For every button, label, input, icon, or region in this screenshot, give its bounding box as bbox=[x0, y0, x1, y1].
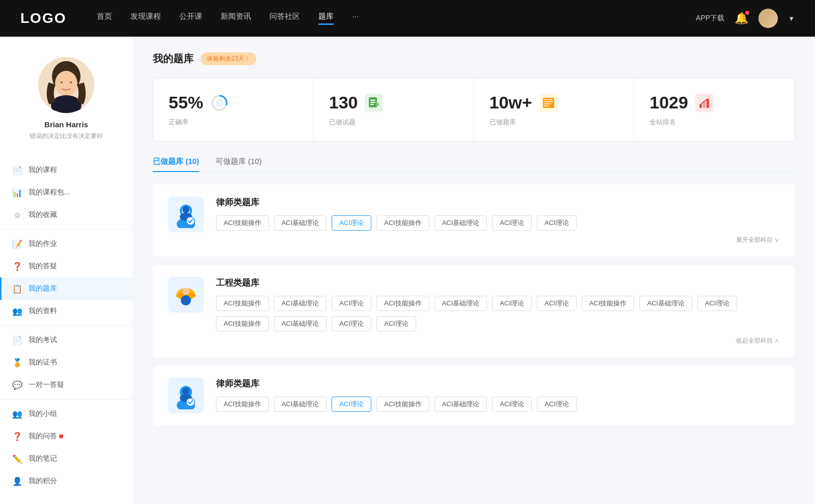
nav-bank[interactable]: 题库 bbox=[318, 12, 334, 25]
bank-tag[interactable]: ACI技能操作 bbox=[376, 215, 429, 231]
qa-icon: ❓ bbox=[12, 261, 22, 271]
bank-tag[interactable]: ACI技能操作 bbox=[216, 316, 269, 331]
divider-1 bbox=[0, 229, 132, 230]
bank-tag[interactable]: ACI理论 bbox=[537, 397, 577, 412]
bank-tag[interactable]: ACI理论 bbox=[537, 215, 577, 231]
sidebar-item-group[interactable]: 👥 我的小组 bbox=[0, 403, 132, 425]
sidebar-item-points[interactable]: 👤 我的积分 bbox=[0, 470, 132, 492]
bank-tag[interactable]: ACI理论 bbox=[332, 397, 371, 412]
profile-avatar bbox=[38, 57, 94, 113]
tabs: 已做题库 (10) 可做题库 (10) bbox=[153, 157, 795, 172]
done-icon bbox=[365, 94, 383, 112]
bank-tag[interactable]: ACI基础理论 bbox=[274, 215, 327, 231]
notification-dot bbox=[745, 11, 749, 15]
nav-more[interactable]: ··· bbox=[352, 12, 359, 25]
rank-icon bbox=[695, 94, 714, 112]
sidebar-item-qa[interactable]: ❓ 我的答疑 bbox=[0, 255, 132, 277]
sidebar-item-favorites[interactable]: ☆ 我的收藏 bbox=[0, 204, 132, 226]
bank-tag[interactable]: ACI基础理论 bbox=[434, 215, 487, 231]
sidebar-item-questions[interactable]: ❓ 我的问答 bbox=[0, 425, 132, 447]
engineer-expand-link[interactable]: 收起全部科目 ∧ bbox=[216, 337, 779, 345]
sidebar-item-bank-label: 我的题库 bbox=[29, 284, 57, 293]
bank-tag[interactable]: ACI技能操作 bbox=[376, 296, 429, 311]
bank-tag[interactable]: ACI基础理论 bbox=[434, 296, 487, 311]
bank-tag[interactable]: ACI理论 bbox=[492, 397, 532, 412]
divider-2 bbox=[0, 325, 132, 326]
stat-done-label: 已做试题 bbox=[329, 118, 458, 127]
lawyer-icon-2 bbox=[172, 382, 200, 409]
stat-accuracy: 55% 正确率 bbox=[153, 78, 313, 141]
bank-tag[interactable]: ACI理论 bbox=[492, 296, 532, 311]
nav-opencourse[interactable]: 公开课 bbox=[179, 12, 202, 25]
lawyer-bank-title: 律师类题库 bbox=[216, 197, 779, 208]
sidebar-item-materials[interactable]: 👥 我的资料 bbox=[0, 300, 132, 322]
bank-tag[interactable]: ACI理论 bbox=[537, 296, 577, 311]
sidebar-item-course-label: 我的课程 bbox=[29, 165, 57, 175]
bank-tag[interactable]: ACI理论 bbox=[697, 296, 737, 311]
bank-tag[interactable]: ACI理论 bbox=[332, 316, 371, 331]
bank-tag[interactable]: ACI基础理论 bbox=[274, 397, 327, 412]
sidebar-item-cert[interactable]: 🏅 我的证书 bbox=[0, 351, 132, 374]
logo[interactable]: LOGO bbox=[20, 10, 66, 26]
bank-tag[interactable]: ACI技能操作 bbox=[216, 215, 269, 231]
sidebar-item-homework[interactable]: 📝 我的作业 bbox=[0, 233, 132, 255]
sidebar-item-course[interactable]: 📄 我的课程 bbox=[0, 159, 132, 181]
bank-icon: 📋 bbox=[12, 284, 22, 294]
sidebar: Brian Harris 错误的决定比没有决定要好 📄 我的课程 📊 我的课程包… bbox=[0, 37, 132, 504]
app-download-button[interactable]: APP下载 bbox=[696, 14, 724, 23]
navbar: LOGO 首页 发现课程 公开课 新闻资讯 问答社区 题库 ··· APP下载 … bbox=[0, 0, 815, 37]
bank-tag[interactable]: ACI理论 bbox=[332, 296, 371, 311]
tab-available[interactable]: 可做题库 (10) bbox=[215, 157, 262, 172]
questions-icon: ❓ bbox=[12, 431, 22, 441]
user-dropdown-arrow[interactable]: ▼ bbox=[788, 15, 795, 22]
lawyer-tags-2: ACI技能操作ACI基础理论ACI理论ACI技能操作ACI基础理论ACI理论AC… bbox=[216, 397, 779, 412]
bank-tag[interactable]: ACI基础理论 bbox=[274, 296, 327, 311]
avatar-image bbox=[758, 9, 778, 28]
questions-dot bbox=[59, 434, 63, 438]
svg-point-28 bbox=[186, 217, 195, 225]
main-content: 我的题库 体验剩余23天！ 55% 正确率 bbox=[132, 37, 815, 504]
stat-rank-top: 1029 bbox=[649, 93, 779, 113]
sidebar-item-exam[interactable]: 📄 我的考试 bbox=[0, 329, 132, 351]
bank-tag[interactable]: ACI理论 bbox=[332, 215, 371, 231]
sidebar-item-package-label: 我的课程包... bbox=[29, 188, 70, 197]
nav-news[interactable]: 新闻资讯 bbox=[221, 12, 251, 25]
sidebar-item-package[interactable]: 📊 我的课程包... bbox=[0, 181, 132, 204]
bank-tag[interactable]: ACI基础理论 bbox=[639, 296, 692, 311]
user-avatar[interactable] bbox=[758, 9, 778, 28]
notes-icon: ✏️ bbox=[12, 454, 22, 464]
notification-bell[interactable]: 🔔 bbox=[735, 12, 748, 25]
tab-done[interactable]: 已做题库 (10) bbox=[153, 157, 199, 172]
sidebar-item-bank[interactable]: 📋 我的题库 bbox=[0, 277, 132, 300]
bank-tag[interactable]: ACI基础理论 bbox=[434, 397, 487, 412]
nav-menu: 首页 发现课程 公开课 新闻资讯 问答社区 题库 ··· bbox=[97, 12, 696, 25]
sidebar-item-qa-label: 我的答疑 bbox=[29, 262, 57, 271]
bank-tag[interactable]: ACI技能操作 bbox=[582, 296, 635, 311]
nav-discover[interactable]: 发现课程 bbox=[130, 12, 161, 25]
bank-tag[interactable]: ACI技能操作 bbox=[216, 296, 269, 311]
svg-rect-18 bbox=[544, 103, 551, 104]
sidebar-item-one-on-one[interactable]: 💬 一对一答疑 bbox=[0, 374, 132, 396]
doc-icon bbox=[367, 96, 381, 109]
svg-point-32 bbox=[181, 295, 191, 305]
bank-tag[interactable]: ACI理论 bbox=[376, 316, 416, 331]
stat-rank-value: 1029 bbox=[649, 93, 688, 113]
sidebar-item-notes[interactable]: ✏️ 我的笔记 bbox=[0, 447, 132, 470]
total-icon bbox=[539, 94, 558, 112]
nav-qa[interactable]: 问答社区 bbox=[269, 12, 300, 25]
sidebar-item-one-on-one-label: 一对一答疑 bbox=[29, 380, 64, 389]
page-header: 我的题库 体验剩余23天！ bbox=[153, 52, 795, 66]
bank-card-lawyer-2: 律师类题库 ACI技能操作ACI基础理论ACI理论ACI技能操作ACI基础理论A… bbox=[153, 366, 795, 426]
nav-home[interactable]: 首页 bbox=[97, 12, 112, 25]
sidebar-item-points-label: 我的积分 bbox=[29, 477, 57, 486]
bank-tag[interactable]: ACI技能操作 bbox=[376, 397, 429, 412]
svg-rect-11 bbox=[370, 100, 375, 101]
lawyer-expand-link-1[interactable]: 展开全部科目 ∨ bbox=[216, 236, 779, 244]
stat-done-value: 130 bbox=[329, 93, 358, 113]
exam-icon: 📄 bbox=[12, 335, 22, 345]
bank-tag[interactable]: ACI技能操作 bbox=[216, 397, 269, 412]
lawyer-icon bbox=[172, 201, 200, 228]
bank-tag[interactable]: ACI基础理论 bbox=[274, 316, 327, 331]
bank-tag[interactable]: ACI理论 bbox=[492, 215, 532, 231]
engineer-tags: ACI技能操作ACI基础理论ACI理论ACI技能操作ACI基础理论ACI理论AC… bbox=[216, 296, 779, 331]
